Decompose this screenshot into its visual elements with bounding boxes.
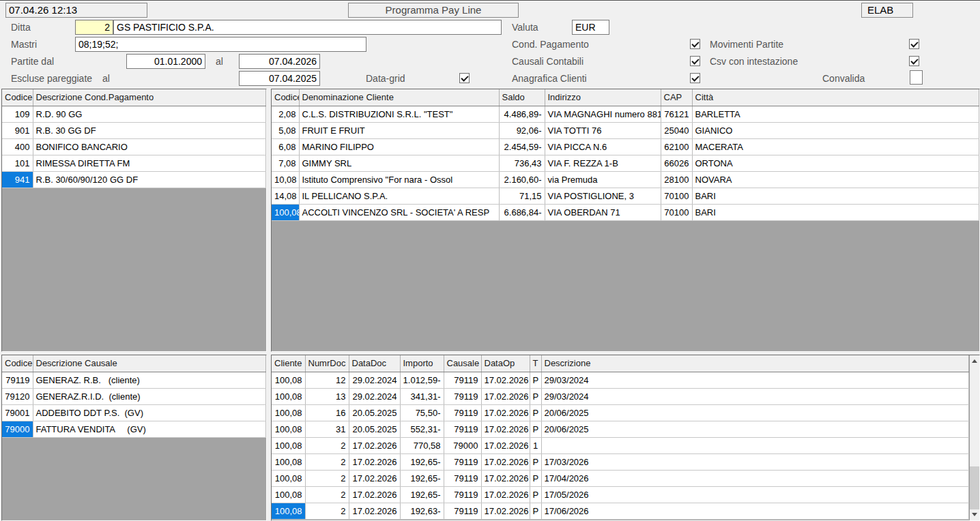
cell[interactable]: VIA POSTIGLIONE, 3	[545, 188, 661, 204]
cell[interactable]: FRUIT E FRUIT	[299, 122, 499, 138]
cell[interactable]: 20/06/2025	[541, 421, 969, 437]
cell[interactable]: 71,15	[499, 188, 545, 204]
cell[interactable]: 4.486,89-	[499, 106, 545, 122]
column-header[interactable]: NumrDoc	[305, 355, 349, 372]
cell[interactable]: 7,08	[272, 155, 299, 171]
cell[interactable]: 62100	[661, 138, 692, 155]
cell[interactable]: 20/06/2025	[541, 404, 969, 421]
partite-to-field[interactable]: 07.04.2026	[239, 54, 320, 69]
cell[interactable]: P	[530, 404, 541, 421]
cell[interactable]: 17.02.2026	[349, 470, 400, 486]
cell[interactable]: VIA TOTTI 76	[545, 122, 661, 138]
convalida-field[interactable]	[910, 70, 923, 85]
cell[interactable]: BONIFICO BANCARIO	[33, 138, 266, 155]
cell[interactable]: P	[530, 372, 541, 388]
vertical-scrollbar[interactable]	[969, 355, 979, 520]
cell[interactable]: 79119	[444, 486, 481, 503]
column-header[interactable]: T	[530, 355, 541, 372]
cell[interactable]: 101	[2, 155, 33, 171]
cell[interactable]: 20.05.2025	[349, 421, 400, 437]
cell[interactable]: VIA F. REZZA 1-B	[545, 155, 661, 171]
cell[interactable]: 1	[530, 437, 541, 453]
cell[interactable]: ACCOLTI VINCENZO SRL - SOCIETA' A RESP	[299, 204, 499, 220]
cell[interactable]: 92,06-	[499, 122, 545, 138]
cell[interactable]: 17/04/2026	[541, 470, 969, 486]
cell[interactable]: 79119	[444, 421, 481, 437]
cell[interactable]: 100,08	[272, 372, 305, 388]
cell[interactable]: 2,08	[272, 106, 299, 122]
cell[interactable]: 400	[2, 138, 33, 155]
cell[interactable]: 109	[2, 106, 33, 122]
cell[interactable]: P	[530, 388, 541, 404]
cell[interactable]: 901	[2, 122, 33, 138]
mastri-field[interactable]: 08;19;52;	[75, 37, 366, 52]
cell[interactable]: 17.02.2026	[481, 503, 530, 519]
scrollbar-thumb[interactable]	[970, 466, 979, 509]
cell[interactable]: 2	[305, 453, 349, 470]
cell[interactable]	[541, 437, 969, 453]
cell[interactable]: 17.02.2026	[349, 437, 400, 453]
cell[interactable]: 2	[305, 437, 349, 453]
cell[interactable]: 2	[305, 486, 349, 503]
column-header[interactable]: Causale	[444, 355, 481, 372]
cell[interactable]: 100,08	[272, 470, 305, 486]
cell[interactable]: 770,58	[400, 437, 444, 453]
cell[interactable]: via Premuda	[545, 171, 661, 188]
cell[interactable]: 6,08	[272, 138, 299, 155]
column-header[interactable]: Importo	[400, 355, 444, 372]
cell[interactable]: 79119	[2, 372, 33, 388]
cell[interactable]: 17.02.2026	[481, 437, 530, 453]
cell[interactable]: 14,08	[272, 188, 299, 204]
cell[interactable]: 100,08	[272, 404, 305, 421]
column-header[interactable]: Descrizione Causale	[33, 355, 266, 372]
cell[interactable]: 2	[305, 470, 349, 486]
cell[interactable]: 17.02.2026	[349, 453, 400, 470]
cell[interactable]: 192,65-	[400, 486, 444, 503]
cell[interactable]: P	[530, 470, 541, 486]
cond-pagamento-checkbox[interactable]	[690, 39, 700, 49]
cell[interactable]: 100,08	[272, 204, 299, 220]
cell[interactable]: 79000	[2, 421, 33, 437]
scroll-up-button[interactable]	[970, 355, 979, 367]
cell[interactable]: ORTONA	[692, 155, 979, 171]
cell[interactable]: 17.02.2026	[481, 486, 530, 503]
cell[interactable]: 17/06/2026	[541, 503, 969, 519]
cell[interactable]: 17.02.2026	[481, 470, 530, 486]
cell[interactable]: 29.02.2024	[349, 388, 400, 404]
column-header[interactable]: Indirizzo	[545, 89, 661, 106]
cell[interactable]: 17.02.2026	[481, 372, 530, 388]
cell[interactable]: ADDEBITO DDT P.S. (GV)	[33, 404, 266, 421]
cell[interactable]: P	[530, 486, 541, 503]
cell[interactable]: 12	[305, 372, 349, 388]
cell[interactable]: 29/03/2024	[541, 388, 969, 404]
cell[interactable]: 79120	[2, 388, 33, 404]
cell[interactable]: P	[530, 453, 541, 470]
cell[interactable]: R.D. 90 GG	[33, 106, 266, 122]
ditta-code-field[interactable]: 2	[75, 20, 113, 35]
column-header[interactable]: Denominazione Cliente	[299, 89, 499, 106]
cell[interactable]: 66026	[661, 155, 692, 171]
scroll-down-button[interactable]	[970, 509, 979, 520]
cell[interactable]: 79119	[444, 453, 481, 470]
cell[interactable]: BARI	[692, 188, 979, 204]
cell[interactable]: 100,08	[272, 437, 305, 453]
column-header[interactable]: Città	[692, 89, 979, 106]
cell[interactable]: 28100	[661, 171, 692, 188]
partite-from-field[interactable]: 01.01.2000	[126, 54, 205, 69]
cell[interactable]: 79119	[444, 503, 481, 519]
cell[interactable]: 100,08	[272, 503, 305, 519]
cell[interactable]: 29.02.2024	[349, 372, 400, 388]
cell[interactable]: P	[530, 421, 541, 437]
cell[interactable]: P	[530, 503, 541, 519]
cell[interactable]: 79119	[444, 388, 481, 404]
csv-intestazione-checkbox[interactable]	[909, 56, 919, 66]
cell[interactable]: 17/03/2026	[541, 453, 969, 470]
cell[interactable]: 100,08	[272, 486, 305, 503]
cell[interactable]: 100,08	[272, 421, 305, 437]
cell[interactable]: 79001	[2, 404, 33, 421]
column-header[interactable]: DataOp	[481, 355, 530, 372]
datagrid-checkbox[interactable]	[459, 73, 470, 83]
cell[interactable]: 192,65-	[400, 470, 444, 486]
cell[interactable]: 100,08	[272, 453, 305, 470]
cell[interactable]: 192,63-	[400, 503, 444, 519]
